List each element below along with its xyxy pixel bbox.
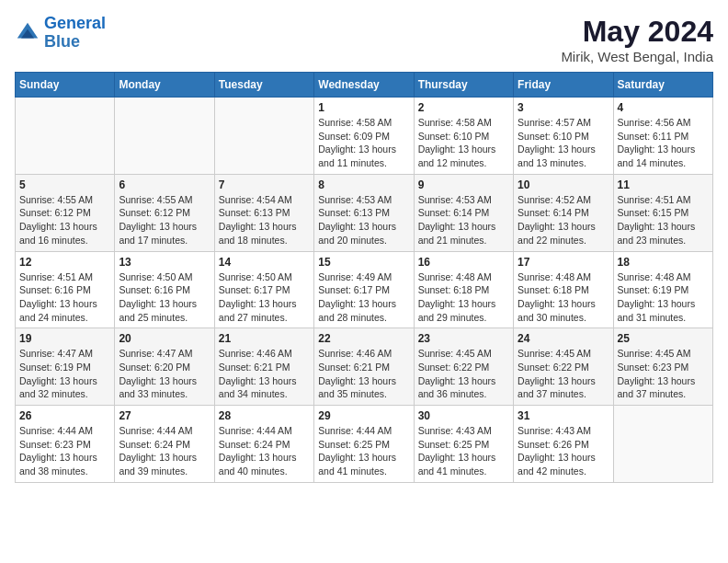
day-info: Sunrise: 4:44 AM Sunset: 6:25 PM Dayligh… [318,424,409,478]
logo-text: General Blue [44,15,106,52]
calendar-cell: 1Sunrise: 4:58 AM Sunset: 6:09 PM Daylig… [314,98,414,175]
weekday-header-row: SundayMondayTuesdayWednesdayThursdayFrid… [16,73,713,98]
weekday-header-saturday: Saturday [613,73,712,98]
day-number: 28 [219,409,310,422]
day-info: Sunrise: 4:48 AM Sunset: 6:18 PM Dayligh… [518,270,609,325]
calendar-cell: 10Sunrise: 4:52 AM Sunset: 6:14 PM Dayli… [514,174,613,251]
calendar-cell: 9Sunrise: 4:53 AM Sunset: 6:14 PM Daylig… [414,174,513,251]
day-info: Sunrise: 4:47 AM Sunset: 6:19 PM Dayligh… [19,347,110,401]
calendar-cell: 17Sunrise: 4:48 AM Sunset: 6:18 PM Dayli… [514,251,613,328]
day-number: 14 [219,256,310,269]
calendar-cell: 16Sunrise: 4:48 AM Sunset: 6:18 PM Dayli… [414,251,513,328]
calendar-cell: 2Sunrise: 4:58 AM Sunset: 6:10 PM Daylig… [414,98,513,175]
day-number: 31 [518,409,609,422]
calendar-cell: 31Sunrise: 4:43 AM Sunset: 6:26 PM Dayli… [514,406,613,483]
day-number: 30 [418,409,509,422]
day-number: 22 [318,332,409,345]
day-info: Sunrise: 4:58 AM Sunset: 6:10 PM Dayligh… [418,116,509,170]
calendar-cell: 26Sunrise: 4:44 AM Sunset: 6:23 PM Dayli… [16,406,115,483]
calendar-table: SundayMondayTuesdayWednesdayThursdayFrid… [15,72,713,483]
day-info: Sunrise: 4:48 AM Sunset: 6:19 PM Dayligh… [618,270,709,325]
day-info: Sunrise: 4:45 AM Sunset: 6:22 PM Dayligh… [518,347,609,401]
calendar-cell: 6Sunrise: 4:55 AM Sunset: 6:12 PM Daylig… [115,174,214,251]
calendar-cell: 27Sunrise: 4:44 AM Sunset: 6:24 PM Dayli… [115,406,214,483]
title-block: May 2024 Mirik, West Bengal, India [561,15,713,64]
calendar-cell: 7Sunrise: 4:54 AM Sunset: 6:13 PM Daylig… [214,174,313,251]
calendar-cell: 20Sunrise: 4:47 AM Sunset: 6:20 PM Dayli… [115,328,214,406]
day-number: 2 [418,101,509,114]
day-number: 26 [19,409,110,422]
day-number: 23 [418,332,509,345]
weekday-header-tuesday: Tuesday [214,73,313,98]
calendar-cell: 15Sunrise: 4:49 AM Sunset: 6:17 PM Dayli… [314,251,414,328]
logo: General Blue [15,15,106,52]
day-info: Sunrise: 4:58 AM Sunset: 6:09 PM Dayligh… [318,116,409,170]
day-info: Sunrise: 4:53 AM Sunset: 6:14 PM Dayligh… [418,193,509,247]
day-info: Sunrise: 4:44 AM Sunset: 6:23 PM Dayligh… [19,424,110,478]
day-number: 25 [618,332,709,345]
page-header: General Blue May 2024 Mirik, West Bengal… [15,15,713,64]
logo-icon [15,20,40,46]
calendar-subtitle: Mirik, West Bengal, India [561,49,713,64]
calendar-cell [214,98,313,175]
day-number: 7 [219,178,310,191]
calendar-cell: 23Sunrise: 4:45 AM Sunset: 6:22 PM Dayli… [414,328,513,406]
calendar-cell: 19Sunrise: 4:47 AM Sunset: 6:19 PM Dayli… [16,328,115,406]
day-number: 4 [618,101,709,114]
calendar-cell: 8Sunrise: 4:53 AM Sunset: 6:13 PM Daylig… [314,174,414,251]
day-number: 21 [219,332,310,345]
day-number: 20 [119,332,210,345]
day-number: 8 [318,178,409,191]
day-info: Sunrise: 4:43 AM Sunset: 6:26 PM Dayligh… [518,424,609,478]
weekday-header-sunday: Sunday [16,73,115,98]
day-number: 9 [418,178,509,191]
calendar-cell [613,406,712,483]
calendar-cell: 18Sunrise: 4:48 AM Sunset: 6:19 PM Dayli… [613,251,712,328]
calendar-cell: 24Sunrise: 4:45 AM Sunset: 6:22 PM Dayli… [514,328,613,406]
calendar-cell [115,98,214,175]
day-info: Sunrise: 4:46 AM Sunset: 6:21 PM Dayligh… [318,347,409,401]
day-info: Sunrise: 4:54 AM Sunset: 6:13 PM Dayligh… [219,193,310,247]
day-number: 18 [618,256,709,269]
day-info: Sunrise: 4:52 AM Sunset: 6:14 PM Dayligh… [518,193,609,247]
day-number: 12 [19,256,110,269]
calendar-title: May 2024 [561,15,713,49]
day-info: Sunrise: 4:50 AM Sunset: 6:17 PM Dayligh… [219,270,310,325]
weekday-header-friday: Friday [514,73,613,98]
day-number: 6 [119,178,210,191]
weekday-header-monday: Monday [115,73,214,98]
calendar-cell: 30Sunrise: 4:43 AM Sunset: 6:25 PM Dayli… [414,406,513,483]
calendar-week-row: 1Sunrise: 4:58 AM Sunset: 6:09 PM Daylig… [16,98,713,175]
day-number: 3 [518,101,609,114]
calendar-cell: 25Sunrise: 4:45 AM Sunset: 6:23 PM Dayli… [613,328,712,406]
calendar-cell: 29Sunrise: 4:44 AM Sunset: 6:25 PM Dayli… [314,406,414,483]
day-info: Sunrise: 4:48 AM Sunset: 6:18 PM Dayligh… [418,270,509,325]
calendar-cell: 22Sunrise: 4:46 AM Sunset: 6:21 PM Dayli… [314,328,414,406]
calendar-week-row: 5Sunrise: 4:55 AM Sunset: 6:12 PM Daylig… [16,174,713,251]
weekday-header-thursday: Thursday [414,73,513,98]
day-number: 17 [518,256,609,269]
day-info: Sunrise: 4:43 AM Sunset: 6:25 PM Dayligh… [418,424,509,478]
day-info: Sunrise: 4:49 AM Sunset: 6:17 PM Dayligh… [318,270,409,325]
calendar-header: SundayMondayTuesdayWednesdayThursdayFrid… [16,73,713,98]
day-info: Sunrise: 4:53 AM Sunset: 6:13 PM Dayligh… [318,193,409,247]
day-info: Sunrise: 4:51 AM Sunset: 6:15 PM Dayligh… [618,193,709,247]
calendar-cell: 5Sunrise: 4:55 AM Sunset: 6:12 PM Daylig… [16,174,115,251]
day-info: Sunrise: 4:46 AM Sunset: 6:21 PM Dayligh… [219,347,310,401]
day-info: Sunrise: 4:57 AM Sunset: 6:10 PM Dayligh… [518,116,609,170]
calendar-week-row: 19Sunrise: 4:47 AM Sunset: 6:19 PM Dayli… [16,328,713,406]
day-info: Sunrise: 4:44 AM Sunset: 6:24 PM Dayligh… [219,424,310,478]
day-info: Sunrise: 4:55 AM Sunset: 6:12 PM Dayligh… [119,193,210,247]
day-number: 27 [119,409,210,422]
day-info: Sunrise: 4:55 AM Sunset: 6:12 PM Dayligh… [19,193,110,247]
day-info: Sunrise: 4:50 AM Sunset: 6:16 PM Dayligh… [119,270,210,325]
calendar-cell: 3Sunrise: 4:57 AM Sunset: 6:10 PM Daylig… [514,98,613,175]
weekday-header-wednesday: Wednesday [314,73,414,98]
day-info: Sunrise: 4:56 AM Sunset: 6:11 PM Dayligh… [618,116,709,170]
calendar-cell: 11Sunrise: 4:51 AM Sunset: 6:15 PM Dayli… [613,174,712,251]
day-number: 11 [618,178,709,191]
day-number: 15 [318,256,409,269]
day-info: Sunrise: 4:51 AM Sunset: 6:16 PM Dayligh… [19,270,110,325]
day-number: 1 [318,101,409,114]
day-number: 10 [518,178,609,191]
